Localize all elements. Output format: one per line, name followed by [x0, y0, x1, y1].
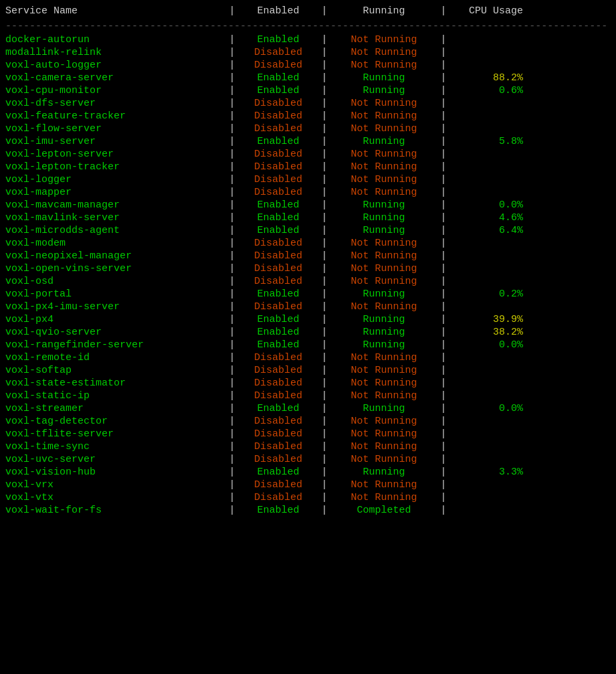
pipe-3: |	[437, 174, 449, 185]
service-name: voxl-static-ip	[5, 390, 226, 402]
pipe-3: |	[437, 149, 449, 160]
table-row: voxl-tflite-server | Disabled | Not Runn…	[0, 428, 616, 440]
table-row: voxl-mavlink-server | Enabled | Running …	[0, 212, 616, 224]
enabled-status: Disabled	[238, 161, 318, 173]
cpu-usage: 0.0%	[449, 339, 530, 351]
running-status: Not Running	[330, 390, 437, 402]
pipe-3: |	[437, 505, 449, 516]
pipe-3: |	[437, 60, 449, 71]
running-status: Not Running	[330, 250, 437, 262]
pipe-2: |	[318, 365, 330, 376]
running-status: Not Running	[330, 365, 437, 376]
pipe-1: |	[226, 136, 238, 147]
pipe-2: |	[318, 174, 330, 185]
enabled-status: Disabled	[238, 428, 318, 440]
table-row: voxl-vision-hub | Enabled | Running | 3.…	[0, 466, 616, 479]
table-row: voxl-tag-detector | Disabled | Not Runni…	[0, 415, 616, 428]
service-name: voxl-lepton-server	[5, 149, 226, 160]
enabled-status: Disabled	[238, 352, 318, 363]
pipe-2: |	[318, 47, 330, 58]
pipe-3: |	[437, 314, 449, 325]
pipe-2: |	[318, 34, 330, 46]
running-status: Not Running	[330, 47, 437, 58]
cpu-usage: 5.8%	[449, 136, 530, 147]
service-name: voxl-px4-imu-server	[5, 301, 226, 313]
table-row: voxl-softap | Disabled | Not Running |	[0, 364, 616, 377]
pipe-1: |	[226, 199, 238, 211]
service-name: voxl-qvio-server	[5, 327, 226, 338]
cpu-usage: 6.4%	[449, 225, 530, 236]
pipe-1: |	[226, 263, 238, 274]
running-status: Running	[330, 339, 437, 351]
service-name: voxl-feature-tracker	[5, 110, 226, 122]
pipe-2: |	[318, 263, 330, 274]
enabled-status: Disabled	[238, 492, 318, 503]
pipe-1: |	[226, 301, 238, 313]
pipe-3: |	[437, 47, 449, 58]
service-name: voxl-mavlink-server	[5, 212, 226, 224]
table-row: voxl-qvio-server | Enabled | Running | 3…	[0, 326, 616, 339]
running-status: Running	[330, 327, 437, 338]
pipe-3: |	[437, 454, 449, 465]
header-pipe-3: |	[437, 5, 449, 17]
pipe-1: |	[226, 250, 238, 262]
service-name: voxl-time-sync	[5, 441, 226, 452]
service-name: voxl-wait-for-fs	[5, 505, 226, 516]
pipe-2: |	[318, 416, 330, 427]
pipe-3: |	[437, 492, 449, 503]
pipe-3: |	[437, 225, 449, 236]
pipe-3: |	[437, 352, 449, 363]
pipe-1: |	[226, 288, 238, 300]
pipe-3: |	[437, 34, 449, 46]
pipe-3: |	[437, 136, 449, 147]
running-status: Not Running	[330, 187, 437, 198]
table-row: voxl-neopixel-manager | Disabled | Not R…	[0, 250, 616, 262]
pipe-1: |	[226, 34, 238, 46]
table-row: voxl-px4-imu-server | Disabled | Not Run…	[0, 301, 616, 313]
pipe-3: |	[437, 288, 449, 300]
pipe-2: |	[318, 441, 330, 452]
pipe-1: |	[226, 441, 238, 452]
pipe-3: |	[437, 199, 449, 211]
running-status: Not Running	[330, 34, 437, 46]
cpu-usage: 38.2%	[449, 327, 530, 338]
pipe-2: |	[318, 98, 330, 109]
pipe-3: |	[437, 212, 449, 224]
service-name: voxl-mapper	[5, 187, 226, 198]
table-row: voxl-wait-for-fs | Enabled | Completed |	[0, 504, 616, 517]
table-row: docker-autorun | Enabled | Not Running |	[0, 33, 616, 46]
table-row: voxl-rangefinder-server | Enabled | Runn…	[0, 339, 616, 351]
enabled-status: Disabled	[238, 301, 318, 313]
running-status: Running	[330, 467, 437, 478]
service-name: docker-autorun	[5, 34, 226, 46]
pipe-1: |	[226, 123, 238, 135]
header-service-name: Service Name	[5, 5, 226, 17]
pipe-2: |	[318, 72, 330, 84]
pipe-1: |	[226, 505, 238, 516]
service-name: voxl-portal	[5, 288, 226, 300]
pipe-2: |	[318, 199, 330, 211]
enabled-status: Enabled	[238, 467, 318, 478]
pipe-3: |	[437, 479, 449, 491]
pipe-2: |	[318, 390, 330, 402]
pipe-1: |	[226, 479, 238, 491]
service-name: voxl-streamer	[5, 403, 226, 414]
enabled-status: Enabled	[238, 212, 318, 224]
running-status: Running	[330, 72, 437, 84]
pipe-1: |	[226, 276, 238, 287]
pipe-1: |	[226, 390, 238, 402]
pipe-3: |	[437, 428, 449, 440]
service-name: voxl-rangefinder-server	[5, 339, 226, 351]
pipe-2: |	[318, 339, 330, 351]
running-status: Not Running	[330, 161, 437, 173]
service-name: voxl-modem	[5, 238, 226, 249]
pipe-1: |	[226, 314, 238, 325]
enabled-status: Disabled	[238, 149, 318, 160]
pipe-1: |	[226, 428, 238, 440]
pipe-3: |	[437, 161, 449, 173]
table-row: voxl-feature-tracker | Disabled | Not Ru…	[0, 110, 616, 122]
pipe-3: |	[437, 467, 449, 478]
pipe-1: |	[226, 161, 238, 173]
table-row: voxl-state-estimator | Disabled | Not Ru…	[0, 377, 616, 390]
pipe-1: |	[226, 467, 238, 478]
